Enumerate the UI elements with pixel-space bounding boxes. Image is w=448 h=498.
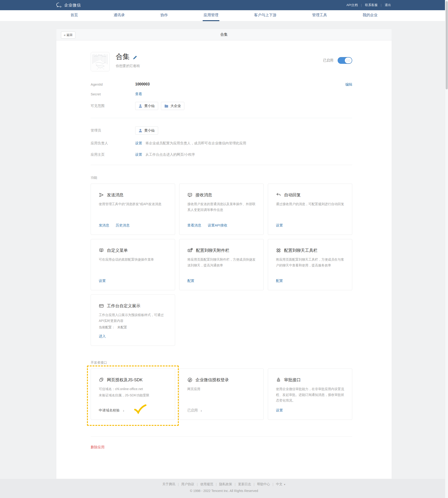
main-nav: 首页 通讯录 协作 应用管理 客户与上下游 管理工具 我的企业 bbox=[0, 10, 448, 21]
owner-desc: 将企业成员配置为应用负责人，成员即可在企业微信内管理此应用 bbox=[145, 141, 246, 146]
feature-card-workbench-display: 工作台自定义展示 工作台应用入口展示为预设模板样式，可通过API实时更新内容 当… bbox=[91, 295, 175, 346]
dev-card-approval-api: 审批接口 使用企业微信审批能力，在非审批应用内设置流程、发起审批。还能订阅通知消… bbox=[268, 368, 352, 420]
trusted-domain: 可信域名：chl.online-office.net bbox=[99, 386, 167, 392]
admin-member-tag[interactable]: 黄小仙 bbox=[135, 127, 158, 134]
set-api-receive-link[interactable]: 设置API接收 bbox=[208, 223, 227, 228]
auth-login-enabled-link[interactable]: 已启用 bbox=[187, 408, 198, 413]
divider bbox=[91, 436, 352, 437]
wework-logo: 企业微信 bbox=[56, 2, 81, 8]
api-docs-link[interactable]: API文档 bbox=[346, 3, 359, 7]
person-icon bbox=[139, 129, 142, 133]
auth-login-icon bbox=[187, 377, 192, 382]
visible-scope-label: 可见范围 bbox=[91, 104, 135, 108]
chat-bubble-logo-icon bbox=[56, 2, 62, 8]
agentid-value: 1000003 bbox=[135, 82, 150, 86]
tab-my-company[interactable]: 我的企业 bbox=[362, 10, 378, 21]
feature-card-chat-attachment: 配置到聊天附件栏 将应用页面配置到聊天附件栏，方便成员快捷发送到聊天，提高沟通效… bbox=[179, 239, 264, 290]
footer-help-link[interactable]: 帮助中心 bbox=[257, 482, 270, 486]
footer-about-link[interactable]: 关于腾讯 bbox=[162, 482, 175, 486]
feature-card-auto-reply: 自动回复 通过接收用户的消息，可配置规则进行自动回复 设置 bbox=[268, 183, 352, 235]
scope-department-tag[interactable]: 大企业 bbox=[161, 102, 184, 110]
chat-attachment-config-link[interactable]: 配置 bbox=[187, 279, 194, 283]
workbench-enter-link[interactable]: 进入 bbox=[99, 334, 106, 339]
view-message-link[interactable]: 查看消息 bbox=[187, 223, 201, 228]
page-header: « 返回 合集 bbox=[56, 29, 392, 40]
send-message-link[interactable]: 发消息 bbox=[99, 223, 109, 228]
dev-card-web-auth-jssdk: 网页授权及JS-SDK 可信域名：chl.online-office.net 未… bbox=[91, 368, 175, 420]
domain-warning: 未验证域名归属，JS-SDK功能受限 bbox=[99, 392, 167, 398]
scrollbar-track[interactable] bbox=[445, 0, 448, 498]
top-bar: 企业微信 API文档 | 联系客服 | 退出 bbox=[0, 0, 448, 10]
send-message-icon bbox=[99, 192, 104, 198]
developer-section-label: 开发者接口 bbox=[91, 361, 352, 365]
tab-collaboration[interactable]: 协作 bbox=[160, 10, 169, 21]
tab-app-management[interactable]: 应用管理 bbox=[203, 10, 219, 21]
app-detail-card: 合集 你想要的它都有 已启用 AgentId bbox=[56, 40, 392, 479]
dev-card-auth-login: 企业微信授权登录 网页应用 已启用 › bbox=[179, 368, 264, 420]
feature-card-chat-toolbar: 配置到聊天工具栏 将应用页面配置到聊天工具栏，方便成员在与客户的聊天中查看和使用… bbox=[268, 239, 352, 290]
current-config-status: 当前配置：未配置 bbox=[99, 325, 167, 330]
footer-privacy-link[interactable]: 隐私政策 bbox=[219, 482, 232, 486]
contact-support-link[interactable]: 联系客服 bbox=[364, 3, 378, 7]
tab-customers[interactable]: 客户与上下游 bbox=[253, 10, 277, 21]
web-auth-icon bbox=[99, 377, 104, 382]
web-app-desc: 网页应用 bbox=[187, 386, 256, 392]
app-icon bbox=[91, 52, 110, 71]
tab-home[interactable]: 首页 bbox=[70, 10, 79, 21]
feature-card-receive-message: 接收消息 接收用户发送的普通消息以及菜单操作、外部联系人变更回调等事件信息 查看… bbox=[179, 183, 264, 235]
chat-toolbar-icon bbox=[276, 248, 281, 253]
toggle-knob bbox=[345, 58, 352, 63]
app-tagline: 你想要的它都有 bbox=[116, 64, 140, 68]
logout-link[interactable]: 退出 bbox=[384, 3, 392, 7]
edit-link[interactable]: 编辑 bbox=[345, 82, 352, 87]
enabled-status-label: 已启用 bbox=[323, 58, 334, 63]
chevron-right-icon: › bbox=[123, 409, 124, 413]
divider bbox=[91, 165, 352, 165]
custom-menu-icon bbox=[99, 248, 104, 253]
tab-management-tools[interactable]: 管理工具 bbox=[311, 10, 328, 21]
owner-set-link[interactable]: 设置 bbox=[135, 141, 142, 146]
app-home-label: 应用主页 bbox=[91, 152, 135, 157]
custom-menu-set-link[interactable]: 设置 bbox=[99, 279, 106, 283]
chevron-right-icon: › bbox=[201, 409, 202, 413]
approval-set-link[interactable]: 设置 bbox=[276, 408, 283, 413]
feature-card-custom-menu: 自定义菜单 可在应用会话的底部配置快捷操作菜单 设置 bbox=[91, 239, 175, 290]
page: 企业微信 API文档 | 联系客服 | 退出 首页 通讯录 协作 应用管理 客户… bbox=[0, 0, 448, 479]
copyright: © 1998 - 2022 Tencent Inc. All Rights Re… bbox=[0, 489, 448, 493]
auto-reply-set-link[interactable]: 设置 bbox=[276, 223, 283, 228]
page-title: 合集 bbox=[220, 32, 228, 37]
app-name: 合集 bbox=[116, 52, 130, 62]
app-enabled-toggle[interactable] bbox=[338, 57, 352, 64]
auto-reply-icon bbox=[276, 192, 281, 198]
yellow-checkmark-annotation bbox=[134, 404, 146, 414]
home-set-link[interactable]: 设置 bbox=[135, 152, 142, 157]
footer: 关于腾讯| 用户协议| 使用规范| 隐私政策| 更新日志| 帮助中心| 中文▼ … bbox=[0, 479, 448, 493]
footer-agreement-link[interactable]: 用户协议 bbox=[181, 482, 194, 486]
developer-grid: 网页授权及JS-SDK 可信域名：chl.online-office.net 未… bbox=[91, 368, 352, 420]
agentid-label: AgentId bbox=[91, 82, 135, 86]
workbench-icon bbox=[99, 303, 104, 308]
tab-contacts[interactable]: 通讯录 bbox=[113, 10, 126, 21]
admin-label: 管理员 bbox=[91, 128, 135, 133]
delete-app-link[interactable]: 删除应用 bbox=[91, 445, 105, 449]
person-icon bbox=[139, 104, 142, 108]
footer-language-select[interactable]: 中文▼ bbox=[276, 482, 286, 486]
scrollbar-thumb[interactable] bbox=[446, 1, 448, 89]
caret-down-icon: ▼ bbox=[284, 483, 286, 486]
history-message-link[interactable]: 历史消息 bbox=[116, 223, 130, 228]
apply-domain-verification-link[interactable]: 申请域名校验 bbox=[99, 408, 120, 413]
secret-view-link[interactable]: 查看 bbox=[135, 92, 142, 96]
scope-member-tag[interactable]: 黄小仙 bbox=[135, 102, 158, 110]
back-chevrons-icon: « bbox=[64, 33, 66, 37]
footer-changelog-link[interactable]: 更新日志 bbox=[238, 482, 251, 486]
edit-pencil-icon[interactable] bbox=[133, 55, 138, 60]
receive-message-icon bbox=[187, 192, 192, 198]
features-section-label: 功能 bbox=[91, 176, 352, 180]
chat-toolbar-config-link[interactable]: 配置 bbox=[276, 279, 283, 283]
logo-text: 企业微信 bbox=[64, 2, 81, 8]
chat-attachment-icon bbox=[187, 248, 193, 253]
feature-card-send-message: 发送消息 使用管理工具中的“消息群发”或API发送消息 发消息 历史消息 bbox=[91, 183, 175, 235]
footer-rules-link[interactable]: 使用规范 bbox=[200, 482, 213, 486]
back-button[interactable]: « 返回 bbox=[61, 32, 75, 38]
app-owner-label: 应用负责人 bbox=[91, 141, 135, 146]
